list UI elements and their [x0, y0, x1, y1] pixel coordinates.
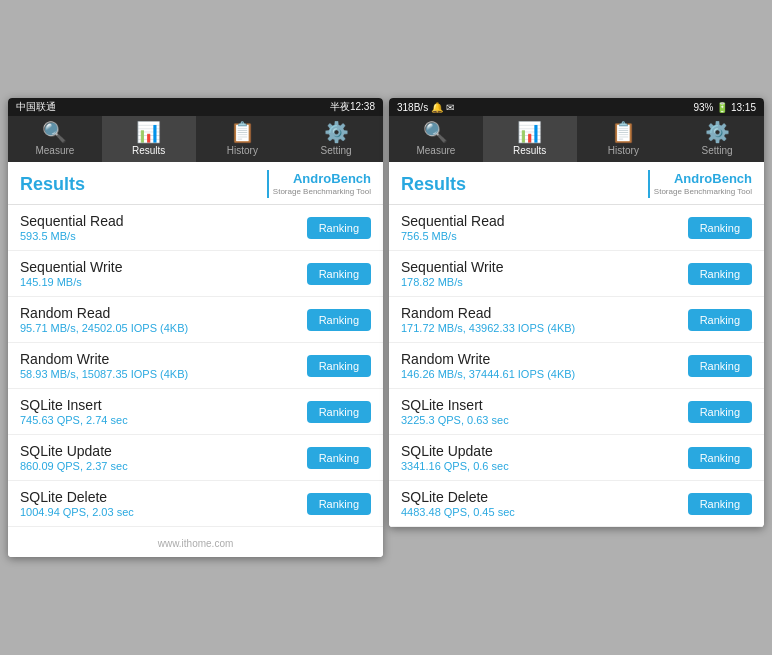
- phone1-watermark: www.ithome.com: [158, 538, 234, 549]
- phone2-row-2-info: Random Read 171.72 MB/s, 43962.33 IOPS (…: [401, 305, 688, 334]
- phone1-row-5-info: SQLite Update 860.09 QPS, 2.37 sec: [20, 443, 307, 472]
- phone1-row-1-btn[interactable]: Ranking: [307, 263, 371, 285]
- phone1-row-6-value: 1004.94 QPS, 2.03 sec: [20, 506, 307, 518]
- phone1-row-5-btn[interactable]: Ranking: [307, 447, 371, 469]
- phone1-nav-bar: 🔍 Measure 📊 Results 📋 History ⚙️ Setting: [8, 116, 383, 162]
- phone2-row-6-info: SQLite Delete 4483.48 QPS, 0.45 sec: [401, 489, 688, 518]
- phone2-row-4-btn[interactable]: Ranking: [688, 401, 752, 423]
- phone2-brand-sub: Storage Benchmarking Tool: [654, 187, 752, 197]
- phone1-row-4-name: SQLite Insert: [20, 397, 307, 413]
- results-icon2: 📊: [517, 122, 542, 142]
- results-icon: 📊: [136, 122, 161, 142]
- phone2-row-0-btn[interactable]: Ranking: [688, 217, 752, 239]
- phone1-row-6-info: SQLite Delete 1004.94 QPS, 2.03 sec: [20, 489, 307, 518]
- phone2-row-5-value: 3341.16 QPS, 0.6 sec: [401, 460, 688, 472]
- phone2-row-0-name: Sequential Read: [401, 213, 688, 229]
- phone1-results-header: Results AndroBench Storage Benchmarking …: [8, 162, 383, 205]
- phone2-nav-measure-label: Measure: [416, 145, 455, 156]
- phone1-nav-results[interactable]: 📊 Results: [102, 116, 196, 162]
- phone2-row-4-info: SQLite Insert 3225.3 QPS, 0.63 sec: [401, 397, 688, 426]
- setting-icon: ⚙️: [324, 122, 349, 142]
- phone1-row-0-name: Sequential Read: [20, 213, 307, 229]
- phone1-row-0-btn[interactable]: Ranking: [307, 217, 371, 239]
- phone2-brand-name1: Andro: [674, 171, 712, 186]
- phone2-row-3-info: Random Write 146.26 MB/s, 37444.61 IOPS …: [401, 351, 688, 380]
- phone1-row-2-name: Random Read: [20, 305, 307, 321]
- history-icon: 📋: [230, 122, 255, 142]
- phone1-row-4-btn[interactable]: Ranking: [307, 401, 371, 423]
- phone1-row-2: Random Read 95.71 MB/s, 24502.05 IOPS (4…: [8, 297, 383, 343]
- phone2-nav-history[interactable]: 📋 History: [577, 116, 671, 162]
- phone1-wrapper: 中国联通 半夜12:38 🔍 Measure 📊 Results 📋 Histo…: [8, 98, 383, 557]
- phone2-row-5-name: SQLite Update: [401, 443, 688, 459]
- phone2-brand-line: [648, 170, 650, 198]
- phone2-brand-logo: AndroBench Storage Benchmarking Tool: [654, 171, 752, 196]
- phone1-row-4-value: 745.63 QPS, 2.74 sec: [20, 414, 307, 426]
- phone2-row-5-btn[interactable]: Ranking: [688, 447, 752, 469]
- phone2-brand-name2: Bench: [712, 171, 752, 186]
- phone2-nav-setting[interactable]: ⚙️ Setting: [670, 116, 764, 162]
- phone1-nav-history-label: History: [227, 145, 258, 156]
- phone1-nav-setting[interactable]: ⚙️ Setting: [289, 116, 383, 162]
- phone1-row-3: Random Write 58.93 MB/s, 15087.35 IOPS (…: [8, 343, 383, 389]
- phone2-row-6-value: 4483.48 QPS, 0.45 sec: [401, 506, 688, 518]
- phone2-row-2-name: Random Read: [401, 305, 688, 321]
- phone2-row-1: Sequential Write 178.82 MB/s Ranking: [389, 251, 764, 297]
- phone1-row-3-value: 58.93 MB/s, 15087.35 IOPS (4KB): [20, 368, 307, 380]
- phone2-row-1-name: Sequential Write: [401, 259, 688, 275]
- phone2-row-2: Random Read 171.72 MB/s, 43962.33 IOPS (…: [389, 297, 764, 343]
- phone2-row-4: SQLite Insert 3225.3 QPS, 0.63 sec Ranki…: [389, 389, 764, 435]
- phone2-row-4-name: SQLite Insert: [401, 397, 688, 413]
- phone1-nav-setting-label: Setting: [321, 145, 352, 156]
- phone2-nav-history-label: History: [608, 145, 639, 156]
- phone1-brand-line: [267, 170, 269, 198]
- phone1-nav-history[interactable]: 📋 History: [196, 116, 290, 162]
- phone1-nav-results-label: Results: [132, 145, 165, 156]
- phone1-row-3-name: Random Write: [20, 351, 307, 367]
- phone1-row-3-btn[interactable]: Ranking: [307, 355, 371, 377]
- phone2-row-0-value: 756.5 MB/s: [401, 230, 688, 242]
- phone2-row-5-info: SQLite Update 3341.16 QPS, 0.6 sec: [401, 443, 688, 472]
- setting-icon2: ⚙️: [705, 122, 730, 142]
- phone2-row-0: Sequential Read 756.5 MB/s Ranking: [389, 205, 764, 251]
- phone2-nav-setting-label: Setting: [702, 145, 733, 156]
- phone1-row-0-value: 593.5 MB/s: [20, 230, 307, 242]
- phone1-row-1-name: Sequential Write: [20, 259, 307, 275]
- phone1-content: Results AndroBench Storage Benchmarking …: [8, 162, 383, 557]
- phone2-brand: AndroBench Storage Benchmarking Tool: [648, 170, 752, 198]
- phone2-row-3-value: 146.26 MB/s, 37444.61 IOPS (4KB): [401, 368, 688, 380]
- phone1-brand: AndroBench Storage Benchmarking Tool: [267, 170, 371, 198]
- phone1-row-4-info: SQLite Insert 745.63 QPS, 2.74 sec: [20, 397, 307, 426]
- phone2-row-1-btn[interactable]: Ranking: [688, 263, 752, 285]
- phone2-row-6-btn[interactable]: Ranking: [688, 493, 752, 515]
- phone1-status-bar: 中国联通 半夜12:38: [8, 98, 383, 116]
- phone2-content: Results AndroBench Storage Benchmarking …: [389, 162, 764, 527]
- phone2-nav-measure[interactable]: 🔍 Measure: [389, 116, 483, 162]
- phone2-brand-name: AndroBench: [654, 171, 752, 187]
- phone1-row-6: SQLite Delete 1004.94 QPS, 2.03 sec Rank…: [8, 481, 383, 527]
- phone1-row-2-info: Random Read 95.71 MB/s, 24502.05 IOPS (4…: [20, 305, 307, 334]
- phone1-row-2-btn[interactable]: Ranking: [307, 309, 371, 331]
- phone2-nav-results[interactable]: 📊 Results: [483, 116, 577, 162]
- phone2-row-4-value: 3225.3 QPS, 0.63 sec: [401, 414, 688, 426]
- phone2-row-5: SQLite Update 3341.16 QPS, 0.6 sec Ranki…: [389, 435, 764, 481]
- phone2-row-6: SQLite Delete 4483.48 QPS, 0.45 sec Rank…: [389, 481, 764, 527]
- phone2-status-left: 318B/s 🔔 ✉: [397, 102, 454, 113]
- phone1-nav-measure[interactable]: 🔍 Measure: [8, 116, 102, 162]
- phone2-status-bar: 318B/s 🔔 ✉ 93% 🔋 13:15: [389, 98, 764, 116]
- phone2-row-0-info: Sequential Read 756.5 MB/s: [401, 213, 688, 242]
- phone2-results-header: Results AndroBench Storage Benchmarking …: [389, 162, 764, 205]
- phone1-row-6-btn[interactable]: Ranking: [307, 493, 371, 515]
- phone1-brand-name1: Andro: [293, 171, 331, 186]
- phone1-brand-name: AndroBench: [273, 171, 371, 187]
- phone1-results-title: Results: [20, 174, 85, 195]
- phone2: 318B/s 🔔 ✉ 93% 🔋 13:15 🔍 Measure 📊 Resul…: [389, 98, 764, 527]
- phone1-nav-measure-label: Measure: [35, 145, 74, 156]
- phone2-results-title: Results: [401, 174, 466, 195]
- phone1-row-5-name: SQLite Update: [20, 443, 307, 459]
- phone2-row-2-btn[interactable]: Ranking: [688, 309, 752, 331]
- phone2-row-3: Random Write 146.26 MB/s, 37444.61 IOPS …: [389, 343, 764, 389]
- phones-container: 中国联通 半夜12:38 🔍 Measure 📊 Results 📋 Histo…: [2, 92, 770, 563]
- phone2-row-3-btn[interactable]: Ranking: [688, 355, 752, 377]
- phone2-row-3-name: Random Write: [401, 351, 688, 367]
